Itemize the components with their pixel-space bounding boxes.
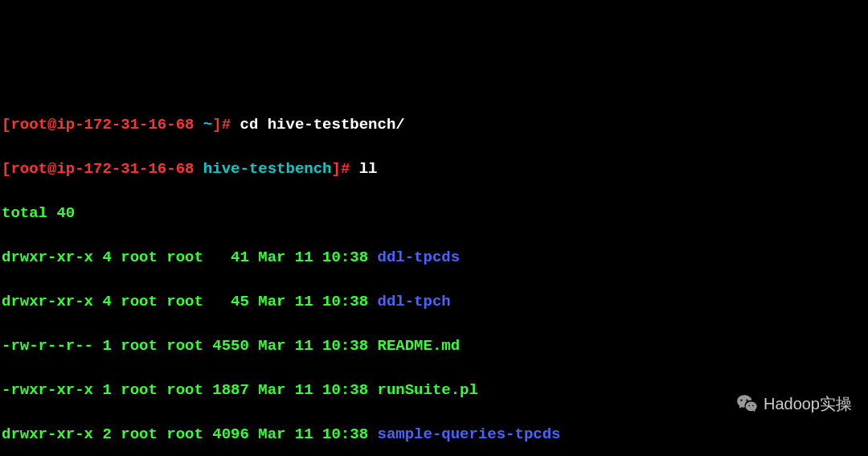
bracket: [ [2, 160, 10, 178]
file-meta: drwxr-xr-x 4 root root 45 Mar 11 10:38 [2, 293, 377, 310]
bracket: ]# [332, 160, 350, 178]
user-host: root@ip-172-31-16-68 [10, 160, 194, 178]
total-line: total 40 [2, 203, 866, 225]
user-host: root@ip-172-31-16-68 [10, 116, 194, 134]
command-text: ll [350, 160, 377, 178]
dir-name: ddl-tpcds [377, 249, 460, 266]
bracket: [ [2, 116, 10, 134]
listing-row: drwxr-xr-x 4 root root 45 Mar 11 10:38 d… [2, 291, 866, 314]
file-meta: drwxr-xr-x 2 root root 4096 Mar 11 10:38 [2, 425, 377, 443]
listing-row: drwxr-xr-x 4 root root 41 Mar 11 10:38 d… [2, 247, 866, 269]
prompt-line-1: [root@ip-172-31-16-68 ~]# cd hive-testbe… [2, 114, 866, 137]
cwd: ~ [203, 116, 212, 134]
file-meta: -rwxr-xr-x 1 root root 1887 Mar 11 10:38 [2, 381, 377, 399]
file-meta: drwxr-xr-x 4 root root 41 Mar 11 10:38 [2, 249, 377, 266]
wechat-icon [736, 393, 759, 416]
dir-name: sample-queries-tpcds [377, 425, 560, 443]
command-text: cd hive-testbench/ [231, 116, 405, 134]
space [194, 160, 203, 178]
dir-name: ddl-tpch [377, 293, 450, 310]
listing-row: drwxr-xr-x 2 root root 4096 Mar 11 10:38… [2, 424, 866, 446]
space [194, 116, 203, 134]
watermark: Hadoop实操 [736, 392, 852, 416]
cwd: hive-testbench [203, 160, 332, 178]
listing-row: -rw-r--r-- 1 root root 4550 Mar 11 10:38… [2, 335, 866, 358]
bracket: ]# [212, 116, 231, 134]
watermark-text: Hadoop实操 [764, 392, 852, 416]
exec-name: runSuite.pl [377, 381, 477, 399]
prompt-line-2: [root@ip-172-31-16-68 hive-testbench]# l… [2, 158, 866, 181]
file-meta: -rw-r--r-- 1 root root 4550 Mar 11 10:38 [2, 337, 377, 355]
file-name: README.md [377, 337, 460, 355]
